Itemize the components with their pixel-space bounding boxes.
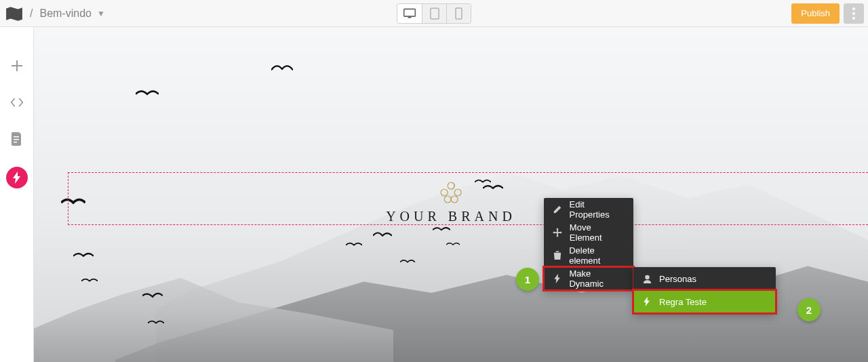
document-button[interactable] (8, 130, 26, 148)
brand-text: YOUR BRAND (386, 209, 516, 224)
dynamic-submenu: Personas Regra Teste (633, 267, 776, 313)
device-switcher (397, 3, 471, 24)
bird-icon (73, 251, 94, 260)
more-options-button[interactable] (844, 3, 864, 24)
svg-rect-5 (14, 139, 19, 140)
caret-down-icon: ▼ (97, 9, 105, 18)
publish-button[interactable]: Publish (791, 3, 840, 24)
context-menu: Edit Properties Move Element Delete elem… (544, 198, 633, 290)
code-button[interactable] (8, 94, 26, 111)
step-callout-1: 1 (516, 268, 539, 291)
menu-edit-properties[interactable]: Edit Properties (544, 198, 633, 221)
bird-icon (446, 241, 460, 248)
step-callout-2: 2 (797, 298, 821, 321)
move-icon (552, 228, 563, 237)
breadcrumb-separator: / (30, 7, 33, 20)
dots-vertical-icon (852, 7, 855, 20)
bird-icon (136, 88, 159, 99)
submenu-personas[interactable]: Personas (633, 267, 776, 290)
svg-point-11 (451, 196, 458, 203)
breadcrumb: / Bem-vindo ▼ (30, 7, 105, 20)
menu-item-label: Regra Teste (659, 297, 707, 307)
user-icon (642, 275, 652, 283)
bolt-icon (552, 274, 562, 283)
bird-icon (81, 277, 98, 285)
menu-item-label: Make Dynamic (569, 268, 625, 289)
svg-point-9 (454, 189, 461, 196)
bird-icon (142, 291, 163, 301)
menu-make-dynamic[interactable]: Make Dynamic (544, 267, 633, 290)
brand-logo-icon (386, 180, 516, 205)
svg-point-12 (645, 275, 650, 279)
pencil-icon (552, 205, 562, 214)
brand-block[interactable]: YOUR BRAND (386, 180, 516, 224)
bird-icon (373, 230, 392, 240)
bird-icon (148, 319, 164, 327)
menu-item-label: Delete element (569, 245, 625, 266)
device-phone-button[interactable] (446, 4, 471, 23)
device-desktop-button[interactable] (397, 4, 422, 23)
svg-rect-4 (14, 136, 19, 138)
dynamic-button[interactable] (6, 167, 28, 188)
left-rail (0, 27, 34, 362)
add-button[interactable] (8, 57, 26, 75)
menu-delete-element[interactable]: Delete element (544, 244, 633, 267)
menu-item-label: Move Element (570, 222, 625, 243)
bird-icon (346, 241, 362, 249)
map-icon[interactable] (5, 6, 23, 21)
page-title-dropdown[interactable]: Bem-vindo ▼ (39, 7, 104, 20)
svg-point-10 (444, 196, 451, 203)
bird-icon (433, 225, 450, 234)
submenu-regra-teste[interactable]: Regra Teste (633, 290, 776, 313)
menu-item-label: Edit Properties (569, 199, 625, 220)
top-bar: / Bem-vindo ▼ Publish (0, 0, 868, 27)
trash-icon (552, 251, 562, 260)
bird-icon (400, 258, 415, 266)
svg-rect-6 (14, 142, 17, 143)
menu-item-label: Personas (659, 274, 696, 284)
svg-rect-0 (404, 9, 416, 16)
svg-rect-2 (430, 8, 438, 19)
bird-icon (271, 62, 293, 75)
svg-rect-1 (408, 17, 412, 18)
svg-point-8 (441, 189, 448, 196)
page-title: Bem-vindo (39, 7, 91, 20)
device-tablet-button[interactable] (422, 4, 446, 23)
page-canvas[interactable]: YOUR BRAND Edit Properties Move Element … (34, 27, 868, 362)
menu-move-element[interactable]: Move Element (544, 221, 633, 244)
svg-rect-3 (456, 7, 462, 18)
bolt-icon (642, 297, 652, 306)
